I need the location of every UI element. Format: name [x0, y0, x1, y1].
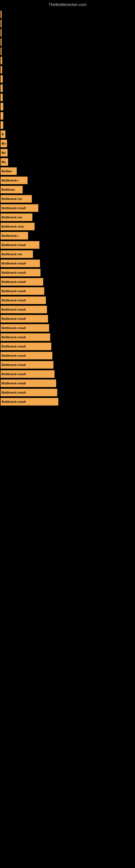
bar-row: Bottleneck result: [1, 306, 135, 313]
bar-item: [1, 10, 2, 18]
bar-item: [1, 112, 3, 120]
bar-row: Bottleneck result: [1, 343, 135, 350]
bar-row: Bo: [1, 140, 135, 147]
bar-label: Bottleneck result: [2, 363, 26, 367]
bar-label: Bottleneck res: [2, 252, 22, 256]
bar-item: [1, 94, 3, 101]
bar-row: [1, 57, 135, 64]
bar-item: Bottlen: [1, 167, 17, 175]
bar-row: [1, 10, 135, 18]
bar-item: Bottleneck res: [1, 214, 32, 221]
bar-row: Bottleneck r: [1, 177, 135, 184]
bar-item: [1, 48, 2, 55]
bar-label: Bottleneck resu: [2, 225, 24, 228]
bar-label: Bottlen: [2, 169, 12, 173]
bar-item: Bottleneck result: [1, 352, 52, 360]
bar-item: Bottlenec: [1, 186, 23, 193]
bar-row: Bottleneck result: [1, 324, 135, 332]
bar-row: Bottleneck result: [1, 389, 135, 396]
bar-label: Bo: [2, 142, 6, 145]
bar-label: Bottleneck result: [2, 391, 26, 394]
bar-row: [1, 29, 135, 37]
bar-item: Bottleneck resu: [1, 223, 35, 230]
bar-row: [1, 112, 135, 120]
bar-row: Bottleneck result: [1, 259, 135, 267]
bar-label: Bottleneck r: [2, 234, 19, 237]
bar-row: Bottleneck result: [1, 204, 135, 212]
bar-row: Bottleneck r: [1, 232, 135, 240]
bar-item: Bottleneck res: [1, 195, 32, 203]
bar-item: Bottleneck result: [1, 315, 48, 322]
bar-item: Bo: [1, 140, 7, 147]
bar-row: Bottleneck result: [1, 370, 135, 378]
bar-row: Bottleneck result: [1, 297, 135, 304]
bar-label: Bottleneck result: [2, 299, 26, 302]
bar-item: Bottleneck res: [1, 250, 33, 258]
bar-label: Bottleneck result: [2, 243, 26, 247]
bar-row: Bottleneck res: [1, 250, 135, 258]
bar-item: [1, 121, 3, 129]
site-title: TheBottlenecker.com: [0, 0, 135, 8]
bar-label: Bo: [2, 151, 6, 154]
bar-item: [1, 66, 2, 73]
bar-label: Bottleneck res: [2, 216, 22, 219]
bar-item: Bottleneck result: [1, 389, 57, 396]
bar-label: Bottleneck result: [2, 372, 26, 376]
bar-item: Bottleneck result: [1, 241, 39, 249]
bar-row: Bottleneck result: [1, 361, 135, 369]
bar-row: Bo: [1, 158, 135, 166]
bar-row: Bottleneck result: [1, 241, 135, 249]
bar-item: [1, 84, 3, 92]
bar-item: Bottleneck r: [1, 177, 28, 184]
bar-row: [1, 20, 135, 27]
bar-label: Bottleneck result: [2, 400, 26, 403]
bar-label: Bottleneck result: [2, 271, 26, 274]
bar-item: Bottleneck result: [1, 343, 51, 350]
bar-row: [1, 94, 135, 101]
bar-item: Bottleneck result: [1, 333, 50, 341]
bar-label: Bottleneck result: [2, 382, 26, 385]
bar-label: Bottleneck result: [2, 326, 26, 330]
bar-item: Bottleneck result: [1, 306, 47, 313]
bar-item: B: [1, 130, 5, 138]
bar-label: Bottleneck r: [2, 179, 19, 182]
bar-item: Bo: [1, 158, 8, 166]
bar-row: Bottleneck result: [1, 269, 135, 276]
bar-item: Bottleneck result: [1, 324, 49, 332]
bar-item: Bottleneck result: [1, 379, 56, 387]
bar-item: [1, 75, 3, 83]
bar-label: Bottleneck result: [2, 336, 26, 339]
bar-item: Bottleneck result: [1, 370, 54, 378]
bar-label: Bottleneck result: [2, 289, 26, 293]
bar-row: Bottleneck result: [1, 398, 135, 405]
bar-row: Bottleneck result: [1, 278, 135, 286]
bar-item: [1, 57, 2, 64]
bar-row: [1, 103, 135, 111]
bar-item: [1, 103, 3, 111]
bar-label: Bo: [2, 160, 6, 163]
bar-item: Bottleneck result: [1, 287, 44, 295]
bar-label: Bottleneck result: [2, 354, 26, 357]
bar-row: Bottlen: [1, 167, 135, 175]
bar-item: Bottleneck result: [1, 259, 40, 267]
bar-label: Bottleneck result: [2, 207, 26, 210]
bar-row: Bottleneck res: [1, 214, 135, 221]
bar-row: B: [1, 130, 135, 138]
bar-row: [1, 84, 135, 92]
bar-row: Bottleneck result: [1, 352, 135, 360]
bar-item: [1, 20, 2, 27]
bar-label: Bottlenec: [2, 188, 15, 191]
bar-item: [1, 29, 2, 37]
bar-row: Bottleneck result: [1, 333, 135, 341]
bar-item: Bottleneck result: [1, 278, 43, 286]
bar-row: [1, 121, 135, 129]
bar-label: Bottleneck result: [2, 262, 26, 265]
bar-item: Bottleneck result: [1, 398, 58, 405]
bar-label: B: [2, 133, 4, 136]
bar-label: Bottleneck result: [2, 308, 26, 311]
bar-row: Bottleneck result: [1, 287, 135, 295]
bar-row: [1, 38, 135, 46]
bar-row: Bottleneck result: [1, 379, 135, 387]
bar-row: Bottleneck resu: [1, 223, 135, 230]
bar-label: Bottleneck res: [2, 197, 22, 200]
